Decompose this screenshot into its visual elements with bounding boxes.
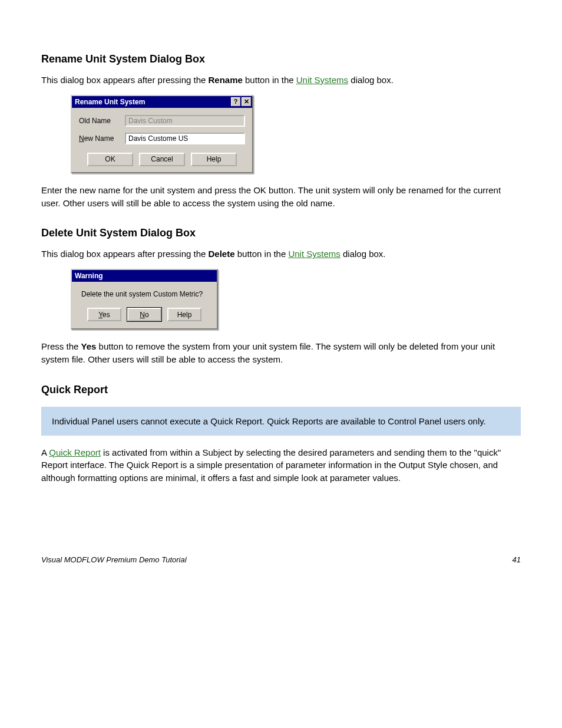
callout-quick-report: Individual Panel users cannot execute a … bbox=[41, 407, 521, 436]
section2-para1: This dialog box appears after pressing t… bbox=[41, 248, 521, 261]
bold-yes: Yes bbox=[81, 341, 97, 351]
text: button in the bbox=[243, 75, 296, 85]
no-button[interactable]: No bbox=[127, 308, 161, 321]
text: This dialog box appears after pressing t… bbox=[41, 249, 209, 259]
new-name-label: New Name bbox=[79, 134, 125, 143]
dialog-title: Warning bbox=[75, 272, 103, 280]
text: This dialog box appears after pressing t… bbox=[41, 75, 209, 85]
warning-message: Delete the unit system Custom Metric? bbox=[81, 290, 207, 298]
text: es bbox=[103, 311, 110, 319]
text: is activated from within a Subject by se… bbox=[41, 447, 501, 483]
text: dialog box. bbox=[348, 75, 394, 85]
old-name-input bbox=[125, 115, 245, 127]
text: dialog box. bbox=[340, 249, 386, 259]
warning-dialog: Warning Delete the unit system Custom Me… bbox=[71, 269, 218, 330]
bold-rename: Rename bbox=[209, 75, 243, 85]
section3-para1: A Quick Report is activated from within … bbox=[41, 446, 521, 485]
help-button-2[interactable]: Help bbox=[167, 308, 201, 321]
cancel-button[interactable]: Cancel bbox=[139, 153, 185, 166]
heading-rename: Rename Unit System Dialog Box bbox=[41, 53, 521, 65]
rename-unit-system-dialog: Rename Unit System ? ✕ Old Name New Name… bbox=[71, 95, 253, 173]
help-button[interactable]: Help bbox=[191, 153, 237, 166]
section1-para2: Enter the new name for the unit system a… bbox=[41, 184, 521, 210]
text: button in the bbox=[235, 249, 289, 259]
section2-para2: Press the Yes button to remove the syste… bbox=[41, 340, 521, 366]
heading-quick-report: Quick Report bbox=[41, 384, 521, 396]
yes-button[interactable]: Yes bbox=[87, 308, 121, 321]
dialog-titlebar: Rename Unit System ? ✕ bbox=[72, 96, 252, 108]
link-unit-systems[interactable]: Unit Systems bbox=[296, 75, 348, 85]
ok-button[interactable]: OK bbox=[87, 153, 133, 166]
text: o bbox=[145, 311, 149, 319]
bold-delete: Delete bbox=[209, 249, 235, 259]
help-titlebar-button[interactable]: ? bbox=[231, 97, 240, 106]
close-icon: ✕ bbox=[244, 98, 249, 105]
text: ew Name bbox=[84, 134, 114, 143]
heading-delete: Delete Unit System Dialog Box bbox=[41, 227, 521, 239]
dialog-titlebar: Warning bbox=[72, 270, 217, 282]
close-titlebar-button[interactable]: ✕ bbox=[242, 97, 251, 106]
new-name-input[interactable] bbox=[125, 133, 245, 144]
text: button to remove the system from your un… bbox=[41, 341, 495, 364]
section1-para1: This dialog box appears after pressing t… bbox=[41, 74, 521, 87]
question-icon: ? bbox=[234, 98, 238, 105]
text: A bbox=[41, 447, 49, 457]
footer-left: Visual MODFLOW Premium Demo Tutorial bbox=[41, 555, 187, 564]
dialog-title: Rename Unit System bbox=[75, 98, 145, 106]
old-name-label: Old Name bbox=[79, 117, 125, 125]
footer-right: 41 bbox=[513, 555, 521, 564]
text: Press the bbox=[41, 341, 81, 351]
link-unit-systems-2[interactable]: Unit Systems bbox=[288, 249, 340, 259]
link-quick-report[interactable]: Quick Report bbox=[49, 447, 101, 457]
text: N bbox=[79, 134, 84, 143]
text: N bbox=[140, 311, 145, 319]
